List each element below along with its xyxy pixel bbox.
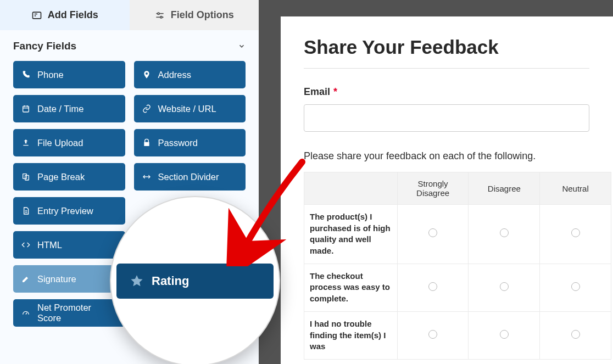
- radio-option[interactable]: [428, 228, 437, 237]
- field-label: Entry Preview: [37, 206, 93, 216]
- field-label: HTML: [37, 240, 62, 250]
- field-upload[interactable]: File Upload: [13, 129, 125, 156]
- required-mark: *: [333, 86, 337, 98]
- svg-rect-7: [23, 106, 29, 112]
- field-rating[interactable]: Rating: [116, 264, 274, 299]
- row-label: The checkout process was easy to complet…: [304, 264, 398, 311]
- zoom-highlight: Rating: [110, 196, 280, 364]
- field-phone[interactable]: Phone: [13, 61, 125, 88]
- field-datetime[interactable]: Date / Time: [13, 95, 125, 122]
- lock-icon: [142, 138, 152, 148]
- sliders-icon: [154, 10, 165, 21]
- table-row: I had no trouble finding the item(s) I w…: [304, 311, 611, 359]
- pencil-icon: [21, 274, 31, 284]
- radio-option[interactable]: [500, 282, 509, 291]
- chevron-down-icon: [238, 42, 246, 50]
- link-icon: [142, 104, 152, 114]
- radio-option[interactable]: [500, 330, 509, 339]
- radio-option[interactable]: [571, 228, 580, 237]
- table-row: The checkout process was easy to complet…: [304, 264, 611, 311]
- field-nps[interactable]: Net Promoter Score: [13, 299, 125, 327]
- matrix-col-header: Neutral: [540, 172, 611, 205]
- field-label: Section Divider: [158, 172, 219, 182]
- field-label: File Upload: [37, 138, 83, 148]
- tab-field-options[interactable]: Field Options: [130, 0, 259, 30]
- field-label: Phone: [37, 70, 64, 80]
- code-icon: [21, 240, 31, 250]
- matrix-corner: [304, 172, 398, 205]
- radio-option[interactable]: [500, 228, 509, 237]
- matrix-col-header: Strongly Disagree: [397, 172, 469, 205]
- gauge-icon: [21, 308, 31, 318]
- field-label: Page Break: [37, 172, 85, 182]
- tab-label: Field Options: [171, 9, 234, 21]
- calendar-icon: [21, 104, 31, 114]
- email-label: Email *: [304, 86, 613, 98]
- page-title: Share Your Feedback: [304, 36, 613, 58]
- phone-icon: [21, 70, 31, 80]
- field-signature[interactable]: Signature: [13, 265, 125, 293]
- field-label: Website / URL: [158, 104, 216, 114]
- pin-icon: [142, 70, 152, 80]
- email-field[interactable]: [304, 104, 589, 132]
- field-label: Password: [158, 138, 198, 148]
- form-icon: [31, 10, 42, 21]
- pages-icon: [21, 172, 31, 182]
- field-password[interactable]: Password: [134, 129, 246, 156]
- row-label: The product(s) I purchased is of high qu…: [304, 205, 398, 264]
- feedback-matrix: Strongly Disagree Disagree Neutral The p…: [304, 172, 611, 360]
- field-label: Net Promoter Score: [37, 303, 118, 323]
- tab-label: Add Fields: [48, 9, 98, 21]
- divider: [304, 68, 589, 69]
- row-label: I had no trouble finding the item(s) I w…: [304, 311, 398, 359]
- tab-add-fields[interactable]: Add Fields: [0, 0, 130, 30]
- field-section[interactable]: Section Divider: [134, 163, 246, 191]
- svg-rect-0: [32, 12, 41, 19]
- matrix-prompt: Please share your feedback on each of th…: [304, 150, 613, 162]
- table-row: The product(s) I purchased is of high qu…: [304, 205, 611, 264]
- field-pagebreak[interactable]: Page Break: [13, 163, 125, 191]
- svg-point-5: [158, 13, 159, 14]
- divider-icon: [142, 172, 152, 182]
- field-address[interactable]: Address: [134, 61, 246, 88]
- upload-icon: [21, 138, 31, 148]
- svg-point-6: [160, 16, 162, 18]
- field-label: Date / Time: [37, 104, 83, 114]
- form-preview: Share Your Feedback Email * Please share…: [281, 16, 613, 364]
- radio-option[interactable]: [428, 330, 437, 339]
- field-entry-preview[interactable]: Entry Preview: [13, 197, 125, 225]
- radio-option[interactable]: [571, 282, 580, 291]
- field-label: Rating: [152, 274, 189, 288]
- field-label: Address: [158, 70, 192, 80]
- svg-line-16: [26, 312, 27, 314]
- section-toggle[interactable]: Fancy Fields: [0, 30, 259, 61]
- preview-panel: Share Your Feedback Email * Please share…: [259, 0, 613, 364]
- matrix-col-header: Disagree: [469, 172, 540, 205]
- field-html[interactable]: HTML: [13, 231, 125, 259]
- section-title: Fancy Fields: [13, 40, 76, 52]
- star-icon: [130, 274, 144, 288]
- field-label: Signature: [37, 274, 76, 284]
- document-icon: [21, 206, 31, 216]
- tab-row: Add Fields Field Options: [0, 0, 259, 30]
- radio-option[interactable]: [571, 330, 580, 339]
- field-website[interactable]: Website / URL: [134, 95, 246, 122]
- radio-option[interactable]: [428, 282, 437, 291]
